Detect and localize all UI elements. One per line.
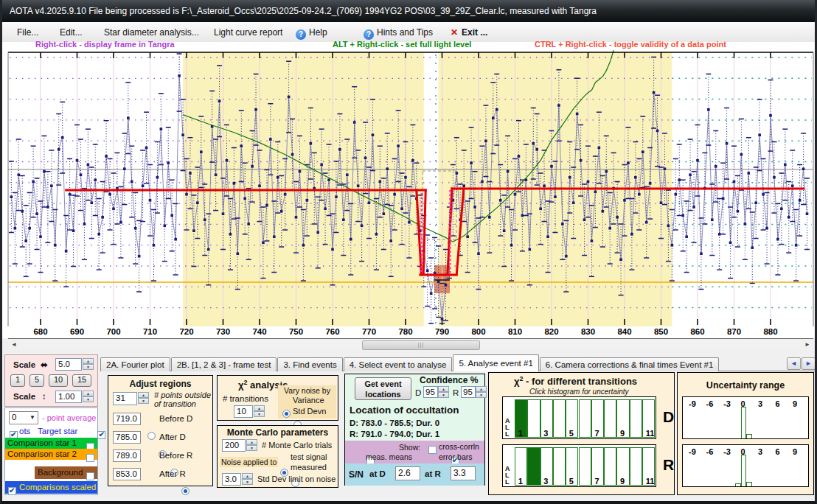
sn-at-r-value: 3.3 [451,466,476,480]
transition-bar-8[interactable] [604,447,616,486]
uncertainty-box-d[interactable]: -9-6-30369 [682,396,809,439]
h-scale-input[interactable]: 5.0 [55,358,82,371]
v-scale-input[interactable]: 1.00 [55,391,82,403]
tab-1[interactable]: 2A. Fourier plot [100,357,170,371]
v-scale-label: Scale [13,392,35,401]
monte-carlo-trials-input[interactable]: 200 [222,439,246,452]
menu-hints-and-tips[interactable]: ?Hints and Tips [364,26,433,39]
bar-number-label: 5 [569,429,574,438]
before-d-value[interactable]: 719.0 [113,413,141,425]
confidence-d-input[interactable]: 95 [423,386,438,398]
transition-bar-8[interactable] [604,399,616,438]
get-event-locations-button[interactable]: Get event locations [355,377,411,400]
before-d-radio[interactable] [147,432,156,440]
svg-text:800: 800 [471,327,485,336]
chart-horizontal-scrollbar[interactable]: ◄ ||| ► [8,338,813,349]
target-star-checkbox[interactable] [97,431,105,439]
num-transitions-input[interactable]: 10 [234,405,253,418]
v-scale-spinner[interactable]: ▲▼ [83,391,94,403]
std-dev-limit-input[interactable]: 3.0 [222,473,241,486]
std-dev-limit-spinner[interactable]: ▲▼ [242,473,253,486]
transition-bar-4[interactable] [553,399,566,438]
after-r-radio[interactable] [181,487,190,495]
menu-help[interactable]: ?Help [296,26,327,39]
transition-bar-2[interactable] [527,447,540,486]
svg-text:770: 770 [362,327,376,336]
menu-exit-label: Exit ... [462,27,487,38]
transition-bar-10[interactable] [630,447,642,486]
transitions-subtitle[interactable]: Click histogram for uncertainty [529,388,629,396]
menu-star-diameter[interactable]: Star diameter analysis... [104,26,199,39]
menu-exit[interactable]: ✕Exit ... [451,26,487,39]
vary-noise-label: Vary noise by [278,386,336,395]
scale-button-15[interactable]: 15 [72,374,91,387]
variance-radio[interactable] [282,410,291,418]
menu-light-curve-report[interactable]: Light curve report [214,26,282,39]
tab-3[interactable]: 3. Find events [277,357,342,371]
all-column-label: ALL [505,466,510,486]
svg-text:700: 700 [106,327,120,336]
menu-file[interactable]: File... [17,26,38,39]
transition-bar-6[interactable] [579,399,591,438]
transition-bar-4[interactable] [553,447,566,486]
window-title-bar: AOTA v4.2025.9.10 File being processed i… [2,0,817,22]
points-outside-spinner[interactable]: ▲▼ [138,392,149,405]
tab-scroll-left-icon[interactable]: ◄ [787,357,801,370]
after-r-value[interactable]: 853.0 [113,468,141,480]
after-d-value[interactable]: 785.0 [113,431,141,444]
transition-bar-10[interactable] [630,399,642,438]
svg-text:680: 680 [33,327,47,336]
scale-button-5[interactable]: 5 [29,374,44,387]
scroll-left-arrow-icon[interactable]: ◄ [10,340,18,349]
bar-number-label: 1 [518,477,523,486]
tab-4[interactable]: 4. Select event to analyse [344,357,453,371]
points-outside-input[interactable]: 31 [113,392,137,405]
monte-carlo-trials-spinner[interactable]: ▲▼ [246,439,257,452]
scrollbar-thumb[interactable]: ||| [362,340,480,350]
chi2-histogram-r[interactable]: ALL1357911 [502,444,656,487]
hint-right-click: Right-click - display frame in Tangra [35,40,175,49]
location-r-value: R: 791.0 - 794.0; Dur. 1 [350,430,439,438]
cross-corrln-checkbox[interactable] [428,446,437,454]
tab-2[interactable]: 2B. [1, 2 & 3] - frame test [171,357,277,371]
scroll-right-arrow-icon[interactable]: ► [803,340,812,349]
h-scale-spinner[interactable]: ▲▼ [83,358,94,371]
chi2-histogram-d[interactable]: ALL1357911 [502,396,656,439]
uncertainty-tick-label: -9 [689,399,696,408]
background-checkbox[interactable] [86,472,94,480]
uncertainty-title: Uncertainty range [678,380,813,391]
chi2-analysis-panel: χ2 analysis # transitions 10 ▲▼ Vary noi… [217,375,338,421]
scale-panel: Scale ⬌ 5.0 ▲▼ 1 5 10 15 Scale ↕ 1.00 ▲▼ [4,354,98,407]
error-bars-label: error bars [439,452,473,461]
num-transitions-spinner[interactable]: ▲▼ [254,405,265,418]
uncertainty-tick-label: 9 [793,447,797,456]
h-scale-label: Scale [13,360,35,369]
confidence-d-spinner[interactable]: ▲▼ [438,386,449,399]
comparisons-scaled-checkbox[interactable] [8,487,16,495]
before-r-value[interactable]: 789.0 [113,449,141,462]
comparison-star-2-row: Comparison star 2 [5,449,97,460]
svg-text:740: 740 [252,327,266,336]
menu-edit[interactable]: Edit... [60,26,83,39]
svg-text:810: 810 [508,327,522,336]
uncertainty-box-r[interactable]: -9-6-30369 [682,444,809,487]
confidence-r-spinner[interactable]: ▲▼ [476,386,487,399]
scale-button-1[interactable]: 1 [10,374,25,387]
sn-at-d-label: at D [369,469,386,478]
transition-bar-6[interactable] [579,447,591,486]
analysis-tab-strip: 2A. Fourier plot2B. [1, 2 & 3] - frame t… [100,354,720,373]
svg-text:750: 750 [289,327,303,336]
bar-number-label: 5 [569,477,574,486]
tab-6[interactable]: 6. Camera corrections & final times Even… [540,357,720,371]
scale-button-10[interactable]: 10 [49,374,68,387]
tab-5[interactable]: 5. Analyse event #1 [453,354,538,371]
uncertainty-bar [746,482,752,487]
tab-scroll-right-icon[interactable]: ► [802,357,816,370]
transition-bar-2[interactable] [527,399,540,438]
uncertainty-tick-label: -6 [706,447,714,456]
comparison-star-2-checkbox[interactable] [86,454,94,462]
sn-at-d-value: 2.6 [395,466,420,480]
light-curve-chart[interactable]: 6806907007107207307407507607707807908008… [2,49,817,338]
confidence-r-input[interactable]: 95 [461,386,476,398]
bar-number-label: 11 [646,477,655,486]
